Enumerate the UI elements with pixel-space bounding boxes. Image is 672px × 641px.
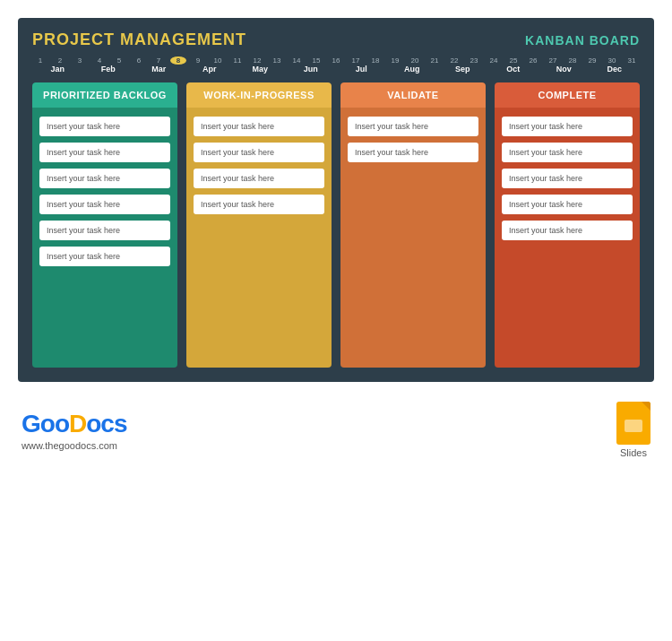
kanban-col-wip: WORK-IN-PROGRESSInsert your task hereIns…	[186, 82, 332, 368]
col-body-validate: Insert your task hereInsert your task he…	[340, 108, 486, 368]
cal-day-21: 21	[426, 56, 443, 65]
col-header-complete: COMPLETE	[495, 82, 640, 108]
task-card-complete-3[interactable]: Insert your task here	[502, 195, 633, 214]
month-apr: Apr	[185, 65, 236, 74]
cal-day-25: 25	[505, 56, 521, 65]
brand-url: www.thegoodocs.com	[22, 440, 126, 451]
month-jul: Jul	[336, 65, 387, 74]
cal-day-27: 27	[545, 56, 561, 65]
cal-day-2: 2	[52, 56, 68, 65]
month-row: JanFebMarAprMayJunJulAugSepOctNovDec	[32, 65, 640, 74]
cal-day-29: 29	[584, 56, 600, 65]
col-body-wip: Insert your task hereInsert your task he…	[186, 108, 332, 368]
kanban-header: PROJECT MANAGEMENT KANBAN BOARD	[32, 30, 640, 49]
cal-day-22: 22	[446, 56, 462, 65]
cal-day-9: 9	[190, 56, 206, 65]
cal-day-3: 3	[72, 56, 88, 65]
task-card-backlog-0[interactable]: Insert your task here	[39, 117, 170, 136]
task-card-wip-3[interactable]: Insert your task here	[194, 195, 324, 214]
cal-day-17: 17	[348, 56, 364, 65]
task-card-complete-4[interactable]: Insert your task here	[502, 221, 633, 240]
brand-logo: GooDocs	[22, 410, 126, 438]
project-title: PROJECT MANAGEMENT	[32, 30, 246, 49]
cal-day-30: 30	[604, 56, 620, 65]
cal-day-15: 15	[308, 56, 324, 65]
slides-label: Slides	[620, 447, 647, 458]
task-card-complete-1[interactable]: Insert your task here	[502, 143, 633, 162]
month-oct: Oct	[488, 65, 539, 74]
cal-day-24: 24	[486, 56, 502, 65]
month-jan: Jan	[32, 65, 83, 74]
logo-accent: D	[69, 410, 86, 437]
brand-left: GooDocs www.thegoodocs.com	[22, 410, 126, 451]
col-header-validate: VALIDATE	[340, 82, 486, 108]
task-card-complete-2[interactable]: Insert your task here	[502, 169, 633, 188]
brand-right: Slides	[616, 402, 650, 458]
cal-day-16: 16	[328, 56, 344, 65]
branding-footer: GooDocs www.thegoodocs.com Slides	[18, 402, 654, 458]
month-aug: Aug	[387, 65, 438, 74]
cal-day-4: 4	[91, 56, 108, 65]
columns-wrapper: PRIORITIZED BACKLOGInsert your task here…	[32, 82, 640, 368]
cal-day-8: 8	[170, 56, 186, 65]
kanban-label: KANBAN BOARD	[525, 33, 640, 48]
cal-day-6: 6	[131, 56, 147, 65]
cal-day-5: 5	[111, 56, 127, 65]
month-nov: Nov	[538, 65, 590, 74]
cal-day-31: 31	[624, 56, 640, 65]
cal-day-10: 10	[210, 56, 226, 65]
cal-day-7: 7	[151, 56, 167, 65]
task-card-complete-0[interactable]: Insert your task here	[502, 117, 633, 136]
page-wrapper: PROJECT MANAGEMENT KANBAN BOARD 12345678…	[0, 0, 672, 641]
task-card-wip-2[interactable]: Insert your task here	[194, 169, 324, 188]
task-card-backlog-5[interactable]: Insert your task here	[39, 247, 170, 266]
col-body-complete: Insert your task hereInsert your task he…	[495, 108, 640, 368]
month-may: May	[235, 65, 286, 74]
cal-day-19: 19	[387, 56, 403, 65]
task-card-validate-0[interactable]: Insert your task here	[348, 117, 478, 136]
task-card-backlog-2[interactable]: Insert your task here	[39, 169, 170, 188]
kanban-col-complete: COMPLETEInsert your task hereInsert your…	[495, 82, 640, 368]
slides-icon	[616, 402, 650, 445]
kanban-col-validate: VALIDATEInsert your task hereInsert your…	[340, 82, 486, 368]
calendar-numbers: 1234567891011121314151617181920212223242…	[32, 56, 640, 65]
task-card-wip-1[interactable]: Insert your task here	[194, 143, 324, 162]
task-card-backlog-1[interactable]: Insert your task here	[39, 143, 170, 162]
month-feb: Feb	[83, 65, 134, 74]
cal-day-13: 13	[269, 56, 285, 65]
cal-day-1: 1	[32, 56, 48, 65]
cal-day-14: 14	[289, 56, 305, 65]
col-body-backlog: Insert your task hereInsert your task he…	[32, 108, 177, 368]
month-dec: Dec	[590, 65, 641, 74]
kanban-col-backlog: PRIORITIZED BACKLOGInsert your task here…	[32, 82, 177, 368]
cal-day-12: 12	[249, 56, 265, 65]
month-mar: Mar	[134, 65, 185, 74]
cal-day-20: 20	[407, 56, 423, 65]
cal-day-23: 23	[466, 56, 482, 65]
cal-day-28: 28	[564, 56, 581, 65]
task-card-validate-1[interactable]: Insert your task here	[348, 143, 478, 162]
col-header-backlog: PRIORITIZED BACKLOG	[32, 82, 177, 108]
cal-day-11: 11	[229, 56, 246, 65]
month-jun: Jun	[286, 65, 337, 74]
task-card-wip-0[interactable]: Insert your task here	[194, 117, 324, 136]
month-sep: Sep	[437, 65, 488, 74]
slides-icon-inner	[625, 420, 642, 432]
col-header-wip: WORK-IN-PROGRESS	[186, 82, 332, 108]
task-card-backlog-3[interactable]: Insert your task here	[39, 195, 170, 214]
cal-day-26: 26	[525, 56, 541, 65]
cal-day-18: 18	[367, 56, 383, 65]
kanban-container: PROJECT MANAGEMENT KANBAN BOARD 12345678…	[18, 18, 654, 382]
task-card-backlog-4[interactable]: Insert your task here	[39, 221, 170, 240]
